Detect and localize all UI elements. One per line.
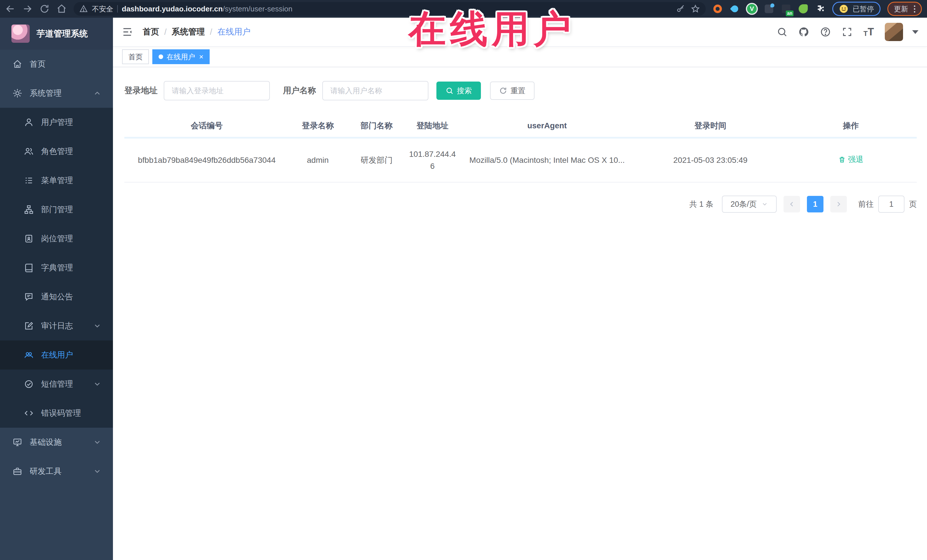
browser-menu-icon[interactable] xyxy=(914,5,915,12)
sidebar-item-label: 角色管理 xyxy=(41,146,102,157)
github-icon[interactable] xyxy=(798,27,809,37)
sidebar-item-user-mgmt[interactable]: 用户管理 xyxy=(0,108,113,137)
tab-label: 在线用户 xyxy=(167,52,195,62)
sidebar-item-dept-mgmt[interactable]: 部门管理 xyxy=(0,195,113,224)
browser-reload-icon[interactable] xyxy=(40,4,50,14)
extension-orange-icon[interactable] xyxy=(713,4,723,14)
chevron-down-icon xyxy=(93,380,102,389)
extension-leaf-icon[interactable] xyxy=(798,4,808,14)
address-bar[interactable]: 不安全 dashboard.yudao.iocoder.cn/system/us… xyxy=(74,2,706,16)
id-badge-icon xyxy=(24,234,33,243)
sidebar-item-sms-mgmt[interactable]: 短信管理 xyxy=(0,370,113,399)
col-login-address: 登陆地址 xyxy=(407,115,458,138)
sidebar-item-label: 系统管理 xyxy=(30,88,85,99)
sidebar-item-error-code[interactable]: 错误码管理 xyxy=(0,399,113,428)
breadcrumb-system[interactable]: 系统管理 xyxy=(172,26,205,38)
sidebar-item-online-users[interactable]: 在线用户 xyxy=(0,340,113,370)
user-name-input[interactable] xyxy=(322,81,429,100)
tab-label: 首页 xyxy=(128,52,143,62)
extension-green-v-icon[interactable]: V xyxy=(747,4,757,14)
force-logout-label: 强退 xyxy=(848,154,863,165)
security-warning-icon[interactable] xyxy=(79,5,88,13)
chevron-left-icon xyxy=(789,201,795,208)
extensions-puzzle-icon[interactable] xyxy=(815,4,825,14)
caret-down-icon[interactable] xyxy=(912,30,918,34)
pagination: 共 1 条 20条/页 1 前往 页 xyxy=(125,196,917,213)
fullscreen-icon[interactable] xyxy=(842,27,853,37)
next-page-button[interactable] xyxy=(830,196,847,212)
reset-button[interactable]: 重置 xyxy=(490,82,535,100)
home-icon xyxy=(12,59,22,69)
sidebar-item-post-mgmt[interactable]: 岗位管理 xyxy=(0,224,113,253)
sidebar-item-label: 研发工具 xyxy=(30,466,85,477)
security-label[interactable]: 不安全 xyxy=(92,4,113,14)
sidebar-item-notice[interactable]: 通知公告 xyxy=(0,282,113,311)
sidebar-item-infrastructure[interactable]: 基础设施 xyxy=(0,428,113,457)
browser-home-icon[interactable] xyxy=(56,4,67,14)
table-header-row: 会话编号 登录名称 部门名称 登陆地址 userAgent 登录时间 操作 xyxy=(125,115,917,138)
extension-gray-icon[interactable] xyxy=(764,4,774,14)
sidebar-item-dict-mgmt[interactable]: 字典管理 xyxy=(0,253,113,282)
col-user-agent: userAgent xyxy=(458,115,636,138)
breadcrumb-separator: / xyxy=(210,27,212,37)
help-icon[interactable] xyxy=(820,27,831,37)
app-logo xyxy=(11,24,30,43)
refresh-icon xyxy=(499,87,507,95)
prev-page-button[interactable] xyxy=(784,196,800,212)
col-actions: 操作 xyxy=(785,115,917,138)
url-text[interactable]: dashboard.yudao.iocoder.cn/system/user-s… xyxy=(122,5,292,14)
url-divider xyxy=(117,5,118,12)
search-icon xyxy=(445,87,453,95)
user-avatar[interactable] xyxy=(885,23,903,41)
sidebar-item-dev-tools[interactable]: 研发工具 xyxy=(0,457,113,486)
extension-badge: an xyxy=(786,11,793,16)
goto-label: 前往 xyxy=(858,199,874,209)
sidebar-item-label: 基础设施 xyxy=(30,437,85,448)
sidebar-item-label: 短信管理 xyxy=(41,379,85,390)
password-key-icon[interactable] xyxy=(676,4,685,14)
page-number-button[interactable]: 1 xyxy=(807,196,824,212)
emoji-face-icon xyxy=(839,4,849,14)
url-path: /system/user-session xyxy=(223,5,292,13)
user-icon xyxy=(24,117,33,127)
audit-log-icon xyxy=(24,321,33,331)
extension-dark-icon[interactable]: an xyxy=(781,4,791,14)
tab-close-icon[interactable]: × xyxy=(199,53,204,61)
page-unit-label: 页 xyxy=(909,199,917,209)
sidebar-item-role-mgmt[interactable]: 角色管理 xyxy=(0,137,113,166)
announcement-icon xyxy=(24,292,33,302)
app-logo-row[interactable]: 芋道管理系统 xyxy=(0,18,113,50)
login-address-input[interactable] xyxy=(164,81,270,100)
col-department: 部门名称 xyxy=(346,115,407,138)
sidebar-item-system[interactable]: 系统管理 xyxy=(0,79,113,108)
browser-forward-icon[interactable] xyxy=(22,4,32,14)
sidebar-item-label: 错误码管理 xyxy=(41,408,102,419)
browser-update-button[interactable]: 更新 xyxy=(887,2,922,16)
sidebar-toggle-icon[interactable] xyxy=(122,26,133,38)
breadcrumb-home[interactable]: 首页 xyxy=(143,26,159,38)
sessions-table: 会话编号 登录名称 部门名称 登陆地址 userAgent 登录时间 操作 bf… xyxy=(125,115,917,182)
font-size-icon[interactable]: TT xyxy=(863,27,874,37)
cell-login-time: 2021-05-03 23:05:49 xyxy=(636,138,785,182)
search-button-label: 搜索 xyxy=(457,86,472,96)
tab-home[interactable]: 首页 xyxy=(122,49,149,64)
sidebar-item-label: 通知公告 xyxy=(41,291,102,302)
browser-back-icon[interactable] xyxy=(5,4,15,14)
search-button[interactable]: 搜索 xyxy=(436,82,481,100)
search-icon[interactable] xyxy=(777,27,787,37)
sidebar-item-label: 首页 xyxy=(30,59,102,70)
extension-drop-icon[interactable] xyxy=(729,4,740,14)
chevron-down-icon xyxy=(93,438,102,446)
paused-badge[interactable]: 已暂停 xyxy=(832,2,880,16)
book-icon xyxy=(24,263,33,273)
header-actions: TT xyxy=(777,23,918,41)
sidebar-item-home[interactable]: 首页 xyxy=(0,50,113,79)
force-logout-button[interactable]: 强退 xyxy=(838,154,863,165)
tab-online-users[interactable]: 在线用户 × xyxy=(152,49,210,64)
bookmark-star-icon[interactable] xyxy=(691,4,700,14)
chevron-down-icon xyxy=(93,467,102,476)
sidebar-item-audit-log[interactable]: 审计日志 xyxy=(0,311,113,340)
page-size-select[interactable]: 20条/页 xyxy=(722,196,777,213)
sidebar-item-menu-mgmt[interactable]: 菜单管理 xyxy=(0,166,113,195)
goto-page-input[interactable] xyxy=(878,196,904,213)
